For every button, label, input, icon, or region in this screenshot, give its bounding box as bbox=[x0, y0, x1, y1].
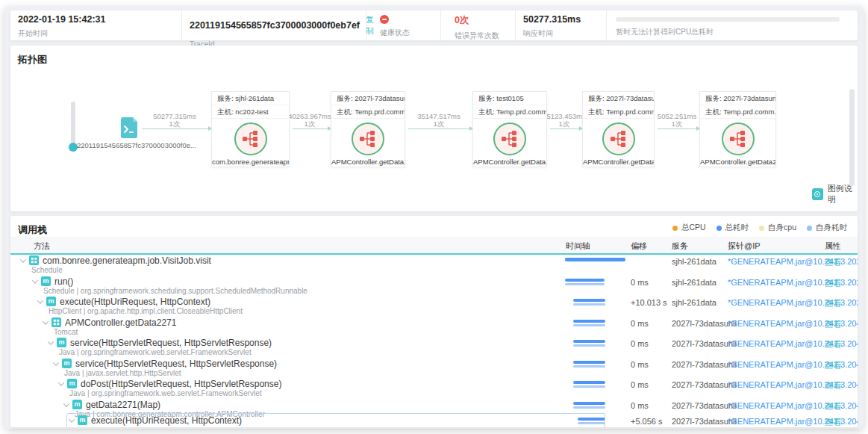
table-row[interactable]: doPost(HttpServletRequest, HttpServletRe… bbox=[10, 378, 858, 398]
service-node-icon bbox=[493, 123, 526, 155]
offset-value: +5.056 s bbox=[631, 417, 663, 426]
timeline-bars bbox=[565, 279, 605, 285]
service-value: 2027l-73datasunli bbox=[672, 360, 737, 369]
edge-label: 40263.967ms1次 bbox=[288, 113, 331, 128]
view-link[interactable]: 查看 bbox=[825, 278, 842, 289]
view-link[interactable]: 查看 bbox=[825, 319, 842, 330]
offset-value: 0 ms bbox=[631, 380, 649, 389]
view-link[interactable]: 查看 bbox=[825, 401, 842, 412]
method-detail: Schedule bbox=[31, 266, 63, 274]
offset-value: 0 ms bbox=[631, 319, 649, 328]
method-detail: HttpClient | org.apache.http.impl.client… bbox=[49, 307, 243, 315]
chevron-down-icon[interactable] bbox=[53, 359, 59, 365]
callstack-title: 调用栈 bbox=[18, 223, 47, 237]
trace-source-icon[interactable] bbox=[121, 117, 137, 138]
health-status-icon bbox=[380, 15, 389, 24]
callstack-legend: 总CPU 总耗时 自身cpu 自身耗时 bbox=[672, 223, 847, 233]
topology-node[interactable]: 服务: 2027l-73datasunli 主机: Temp.prd.comm.… bbox=[331, 91, 405, 167]
service-node-icon bbox=[352, 123, 384, 155]
node-name: APMController.getData2271 bbox=[331, 158, 405, 166]
offset-value: 0 ms bbox=[631, 401, 649, 410]
method-name: execute(HttpUriRequest, HttpContext) bbox=[60, 297, 210, 307]
chevron-down-icon[interactable] bbox=[69, 416, 75, 422]
chevron-down-icon[interactable] bbox=[32, 277, 38, 283]
topology-panel: 拓扑图 220119154565857fc3700003000f0e... 50… bbox=[10, 46, 858, 211]
legend-dot-total-cpu bbox=[672, 226, 678, 231]
method-icon bbox=[57, 338, 66, 347]
service-node-icon bbox=[602, 123, 635, 155]
chevron-down-icon[interactable] bbox=[48, 338, 54, 344]
node-name: APMController.getData2273 bbox=[700, 158, 775, 166]
edge-line bbox=[550, 128, 579, 129]
view-link[interactable]: 查看 bbox=[825, 417, 842, 427]
edge-label: 35147.517ms1次 bbox=[417, 113, 460, 128]
start-time-value: 2022-01-19 15:42:31 bbox=[18, 14, 181, 25]
topology-node[interactable]: 服务: 2027l-73datasunli 主机: Temp.prd.comm.… bbox=[582, 91, 655, 167]
method-icon bbox=[72, 400, 82, 409]
table-row[interactable]: execute(HttpUriRequest, HttpContext) +5.… bbox=[10, 415, 858, 427]
method-detail: Java | org.springframework.web.servlet.F… bbox=[69, 389, 262, 397]
column-probe: 探针@IP bbox=[728, 241, 761, 252]
method-name: service(HttpServletRequest, HttpServletR… bbox=[75, 359, 277, 369]
error-count-block: 0次 错误异常次数 bbox=[440, 10, 515, 40]
method-icon bbox=[67, 379, 77, 388]
node-service: 服务: 2027l-73datasunli bbox=[331, 92, 405, 105]
service-value: sjhl-261data bbox=[672, 278, 716, 287]
edge-label: 5052.251ms1次 bbox=[658, 113, 696, 128]
edge-line bbox=[142, 128, 208, 129]
table-row[interactable]: com.bonree.generateapm.job.VisitJob.visi… bbox=[10, 255, 858, 275]
timeline-bars bbox=[573, 381, 605, 388]
timeline-bars bbox=[573, 299, 605, 306]
timeline-bars bbox=[573, 320, 605, 326]
method-detail: Schedule | org.springframework.schedulin… bbox=[43, 287, 307, 295]
timeline-bars bbox=[573, 402, 605, 409]
chevron-down-icon[interactable] bbox=[43, 318, 49, 324]
view-link[interactable]: 查看 bbox=[825, 257, 842, 268]
node-host: 主机: Temp.prd.comm.vm.by.idc.b... bbox=[473, 105, 546, 119]
node-name: APMController.getData2291 bbox=[473, 158, 546, 166]
method-name: getData2271(Map) bbox=[86, 400, 160, 410]
trace-source-label: 220119154565857fc3700003000f0e... bbox=[77, 141, 181, 149]
health-status-block: 健康状态 bbox=[366, 10, 440, 40]
method-name: com.bonree.generateapm.job.VisitJob.visi… bbox=[43, 255, 211, 266]
legend-button[interactable]: 图例说明 bbox=[812, 183, 858, 205]
service-value: 2027l-73datasunli bbox=[672, 380, 737, 389]
column-attribute: 属性 bbox=[825, 241, 841, 252]
method-detail: Java | javax.servlet.http.HttpServlet bbox=[64, 369, 181, 377]
view-link[interactable]: 查看 bbox=[825, 380, 842, 391]
chevron-down-icon[interactable] bbox=[63, 400, 69, 406]
cpu-total-label: 暂时无法计算得到CPU总耗时 bbox=[616, 27, 858, 37]
table-row[interactable]: APMController.getData2271 Tomcat 0 ms 20… bbox=[10, 317, 858, 337]
table-row[interactable]: run() Schedule | org.springframework.sch… bbox=[10, 276, 858, 296]
topology-title: 拓扑图 bbox=[18, 53, 47, 66]
legend-item: 总CPU bbox=[672, 223, 706, 233]
chevron-down-icon[interactable] bbox=[58, 379, 64, 385]
view-link[interactable]: 查看 bbox=[825, 360, 842, 371]
view-link[interactable]: 查看 bbox=[825, 339, 842, 350]
topology-scrollbar[interactable] bbox=[849, 89, 855, 186]
edge-label: 15123.453ms1次 bbox=[543, 113, 586, 128]
topology-node[interactable]: 服务: sjhl-261data 主机: nc202-test com.bonr… bbox=[211, 91, 290, 167]
callstack-panel: 调用栈 总CPU 总耗时 自身cpu 自身耗时 方法 时间轴 偏移 服务 探针@… bbox=[10, 216, 858, 427]
chevron-down-icon[interactable] bbox=[20, 256, 26, 262]
column-timeline: 时间轴 bbox=[566, 241, 590, 252]
cpu-progress-bar bbox=[616, 17, 840, 22]
timeline-bars bbox=[578, 418, 605, 424]
table-row[interactable]: execute(HttpUriRequest, HttpContext) Htt… bbox=[10, 296, 858, 316]
table-row[interactable]: service(HttpServletRequest, HttpServletR… bbox=[10, 337, 858, 357]
table-row[interactable]: service(HttpServletRequest, HttpServletR… bbox=[10, 358, 858, 378]
method-icon bbox=[62, 359, 72, 368]
method-icon bbox=[46, 297, 56, 306]
timeline-bars bbox=[573, 361, 605, 368]
component-icon bbox=[51, 317, 61, 327]
error-count-label: 错误异常次数 bbox=[455, 31, 515, 41]
topology-node[interactable]: 服务: 2027l-73datasunli 主机: Temp.prd.comm.… bbox=[699, 91, 776, 167]
chevron-down-icon[interactable] bbox=[37, 297, 43, 303]
node-host: 主机: Temp.prd.comm.vm.by.idc.b... bbox=[331, 105, 405, 119]
view-link[interactable]: 查看 bbox=[825, 298, 842, 309]
topology-node[interactable]: 服务: test0105 主机: Temp.prd.comm.vm.by.idc… bbox=[472, 91, 547, 167]
method-name: doPost(HttpServletRequest, HttpServletRe… bbox=[81, 379, 281, 389]
zoom-slider-track[interactable] bbox=[71, 102, 75, 148]
legend-dot-self-cpu bbox=[759, 226, 764, 231]
timeline-bars bbox=[573, 340, 605, 347]
